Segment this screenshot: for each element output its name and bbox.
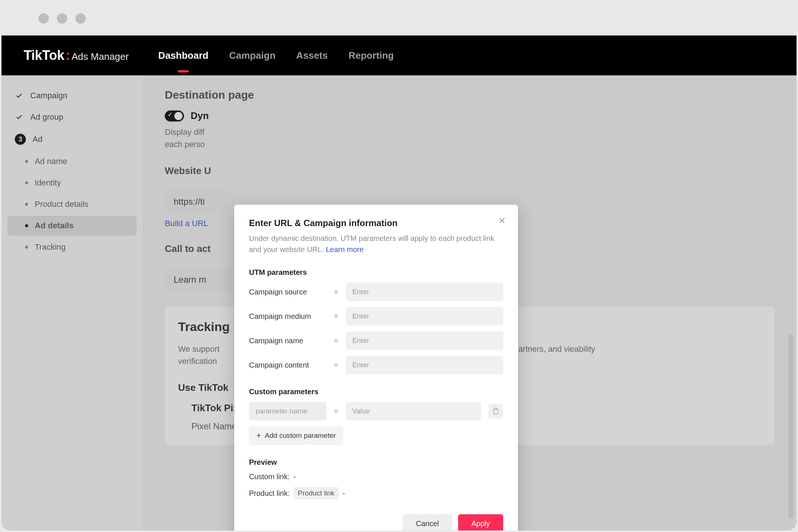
- delete-param-button[interactable]: [488, 404, 503, 419]
- preview-product-link: Product link: Product link -: [249, 487, 503, 499]
- preview-custom-link: Custom link: -: [249, 473, 503, 481]
- custom-param-name-input[interactable]: [249, 402, 327, 420]
- custom-link-value: -: [293, 473, 296, 481]
- modal-actions: Cancel Apply: [249, 514, 503, 531]
- param-row-name: Campaign name =: [249, 331, 503, 350]
- custom-param-row: =: [249, 402, 503, 420]
- tab-assets[interactable]: Assets: [296, 47, 328, 64]
- campaign-source-input[interactable]: [346, 283, 503, 301]
- modal-title: Enter URL & Campaign information: [249, 218, 503, 228]
- apply-button[interactable]: Apply: [458, 514, 503, 531]
- param-label: Campaign medium: [249, 312, 327, 321]
- browser-frame: TikTok : Ads Manager Dashboard Campaign …: [1, 1, 797, 531]
- param-label: Campaign content: [249, 361, 327, 369]
- product-link-label: Product link:: [249, 489, 290, 498]
- equals-sign: =: [334, 288, 338, 296]
- content-wrap: Campaign Ad group 3 Ad Ad name Identity: [1, 75, 797, 531]
- logo[interactable]: TikTok : Ads Manager: [24, 48, 129, 63]
- app-body: TikTok : Ads Manager Dashboard Campaign …: [1, 35, 797, 531]
- param-label: Campaign source: [249, 288, 327, 296]
- modal-subtitle: Under dynamic destination, UTM parameter…: [249, 233, 503, 255]
- logo-suffix: Ads Manager: [72, 51, 129, 62]
- window-close-dot[interactable]: [38, 13, 49, 24]
- equals-sign: =: [334, 407, 338, 416]
- close-button[interactable]: [498, 216, 506, 226]
- scrollbar[interactable]: [788, 334, 794, 519]
- custom-param-value-input[interactable]: [346, 402, 481, 420]
- custom-link-label: Custom link:: [249, 473, 290, 481]
- tab-campaign[interactable]: Campaign: [229, 47, 276, 64]
- custom-heading: Custom parameters: [249, 388, 503, 396]
- product-link-suffix: -: [342, 489, 345, 498]
- close-icon: [498, 216, 506, 225]
- campaign-medium-input[interactable]: [346, 307, 503, 325]
- equals-sign: =: [334, 312, 338, 321]
- param-label: Campaign name: [249, 337, 327, 345]
- logo-colon: :: [66, 48, 70, 63]
- window-max-dot[interactable]: [75, 13, 86, 24]
- tab-reporting[interactable]: Reporting: [348, 47, 394, 64]
- window-min-dot[interactable]: [57, 13, 67, 24]
- equals-sign: =: [334, 361, 338, 369]
- top-nav: TikTok : Ads Manager Dashboard Campaign …: [1, 35, 797, 75]
- nav-tabs: Dashboard Campaign Assets Reporting: [158, 47, 394, 64]
- preview-heading: Preview: [249, 458, 503, 467]
- url-campaign-modal: Enter URL & Campaign information Under d…: [234, 205, 518, 531]
- browser-titlebar: [1, 1, 797, 35]
- campaign-name-input[interactable]: [346, 331, 503, 350]
- plus-icon: +: [256, 431, 261, 440]
- campaign-content-input[interactable]: [346, 356, 503, 374]
- param-row-medium: Campaign medium =: [249, 307, 503, 325]
- param-row-source: Campaign source =: [249, 283, 503, 301]
- equals-sign: =: [334, 337, 338, 345]
- cancel-button[interactable]: Cancel: [403, 514, 452, 531]
- tab-dashboard[interactable]: Dashboard: [158, 47, 208, 64]
- add-custom-param-button[interactable]: + Add custom parameter: [249, 426, 343, 445]
- logo-brand: TikTok: [24, 48, 64, 63]
- learn-more-link[interactable]: Learn more: [326, 245, 364, 253]
- param-row-content: Campaign content =: [249, 356, 503, 374]
- utm-heading: UTM parameters: [249, 268, 503, 277]
- add-custom-label: Add custom parameter: [265, 432, 336, 440]
- trash-icon: [492, 407, 499, 415]
- product-link-chip[interactable]: Product link: [293, 487, 339, 499]
